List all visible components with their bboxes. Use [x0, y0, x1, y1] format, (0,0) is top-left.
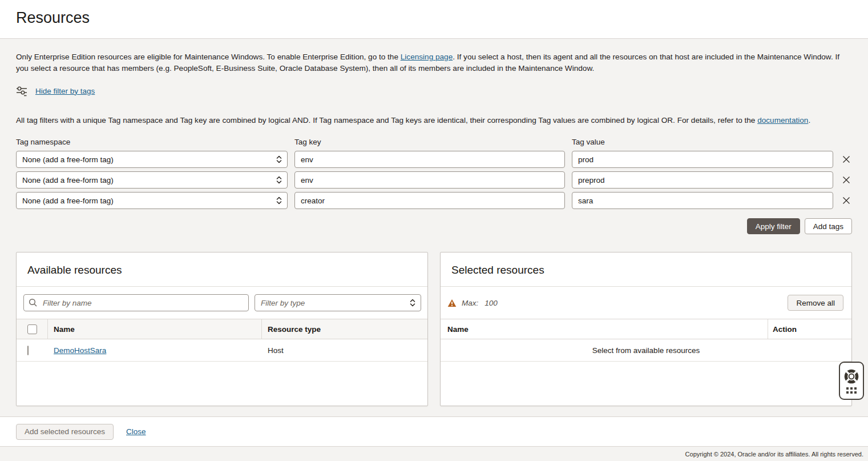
tag-info-text-after: .: [808, 116, 810, 125]
remove-tag-filter-button-3[interactable]: [841, 195, 852, 206]
page-title: Resources: [16, 9, 852, 27]
tag-key-input-1[interactable]: [294, 151, 565, 168]
select-all-checkbox[interactable]: [27, 324, 37, 334]
available-resources-panel: Available resources Filter by type Name …: [16, 252, 428, 406]
filter-by-type-placeholder: Filter by type: [261, 299, 305, 307]
selected-table-header: Name Action: [441, 319, 851, 339]
bottom-action-bar: Add selected resources Close: [0, 416, 868, 446]
tag-value-input-3[interactable]: [572, 192, 833, 209]
filter-by-name-wrap: [23, 294, 249, 311]
available-resources-title: Available resources: [17, 252, 427, 287]
tag-value-input-1[interactable]: [572, 151, 833, 168]
tag-namespace-value-2: None (add a free-form tag): [22, 176, 114, 185]
tag-namespace-select-1[interactable]: None (add a free-form tag): [16, 151, 288, 168]
content: Only Enterprise Edition resources are el…: [0, 51, 868, 406]
close-link[interactable]: Close: [126, 427, 146, 436]
available-toolbar: Filter by type: [17, 287, 427, 319]
intro-paragraph: Only Enterprise Edition resources are el…: [16, 51, 852, 74]
tag-key-input-2[interactable]: [294, 171, 565, 189]
action-column-header: Action: [768, 319, 851, 339]
selected-toolbar: Max: 100 Remove all: [441, 287, 851, 319]
row-checkbox[interactable]: [27, 346, 29, 355]
hide-filter-by-tags-link[interactable]: Hide filter by tags: [35, 87, 95, 95]
tag-info-paragraph: All tag filters with a unique Tag namesp…: [16, 115, 852, 126]
life-ring-icon: [843, 368, 859, 384]
tag-key-input-3[interactable]: [294, 192, 565, 209]
filter-toggle-row: Hide filter by tags: [16, 85, 852, 97]
resource-type-column-header: Resource type: [262, 319, 427, 339]
selected-resources-title: Selected resources: [441, 252, 851, 287]
remove-tag-filter-button-1[interactable]: [841, 154, 852, 165]
intro-text-before: Only Enterprise Edition resources are el…: [16, 53, 401, 61]
chevron-updown-icon: [410, 298, 415, 308]
tag-value-label: Tag value: [572, 138, 833, 147]
tag-value-input-2[interactable]: [572, 171, 833, 189]
warning-triangle-icon: [447, 299, 457, 307]
close-x-icon: [842, 196, 851, 205]
selected-resources-panel: Selected resources Max: 100 Remove all N…: [440, 252, 852, 406]
max-value: 100: [485, 299, 498, 307]
page-header: Resources: [0, 0, 868, 39]
help-widget[interactable]: [839, 362, 864, 400]
add-selected-resources-button[interactable]: Add selected resources: [16, 424, 114, 440]
selected-name-column-header: Name: [441, 319, 768, 339]
grid-dots-icon: [846, 387, 857, 394]
chevron-updown-icon: [276, 175, 282, 185]
available-table-header: Name Resource type: [17, 319, 427, 339]
documentation-link[interactable]: documentation: [757, 116, 808, 125]
resource-name-link[interactable]: DemoHostSara: [54, 346, 106, 355]
close-x-icon: [842, 155, 851, 164]
chevron-updown-icon: [276, 195, 282, 206]
resource-panels: Available resources Filter by type Name …: [16, 252, 852, 406]
tag-key-label: Tag key: [294, 138, 565, 147]
filter-by-type-select[interactable]: Filter by type: [255, 294, 421, 311]
copyright-text: Copyright © 2024, Oracle and/or its affi…: [685, 451, 863, 458]
tag-namespace-value-1: None (add a free-form tag): [22, 155, 114, 164]
filter-sliders-icon: [16, 85, 27, 97]
licensing-page-link[interactable]: Licensing page: [401, 53, 453, 61]
apply-filter-button[interactable]: Apply filter: [747, 218, 800, 234]
add-tags-button[interactable]: Add tags: [805, 218, 852, 234]
tag-namespace-label: Tag namespace: [16, 138, 288, 147]
tag-namespace-value-3: None (add a free-form tag): [22, 197, 114, 205]
max-label: Max:: [462, 299, 478, 307]
tag-info-text-before: All tag filters with a unique Tag namesp…: [16, 116, 757, 125]
chevron-updown-icon: [276, 154, 282, 165]
filter-by-name-input[interactable]: [23, 294, 249, 311]
tag-filter-grid: Tag namespace Tag key Tag value None (ad…: [16, 138, 852, 209]
remove-tag-filter-button-2[interactable]: [841, 174, 852, 186]
close-x-icon: [842, 175, 851, 185]
max-indicator: Max: 100: [447, 299, 498, 307]
table-row: DemoHostSara Host: [17, 339, 427, 362]
select-all-header-cell: [17, 319, 48, 339]
tag-namespace-select-2[interactable]: None (add a free-form tag): [16, 171, 288, 189]
search-icon: [29, 298, 38, 307]
name-column-header: Name: [48, 319, 262, 339]
selected-empty-message: Select from available resources: [441, 339, 851, 362]
filter-actions: Apply filter Add tags: [16, 218, 852, 234]
resource-type-cell: Host: [262, 346, 427, 355]
remove-all-button[interactable]: Remove all: [788, 295, 843, 311]
page-footer: Copyright © 2024, Oracle and/or its affi…: [0, 446, 868, 461]
tag-namespace-select-3[interactable]: None (add a free-form tag): [16, 192, 288, 209]
